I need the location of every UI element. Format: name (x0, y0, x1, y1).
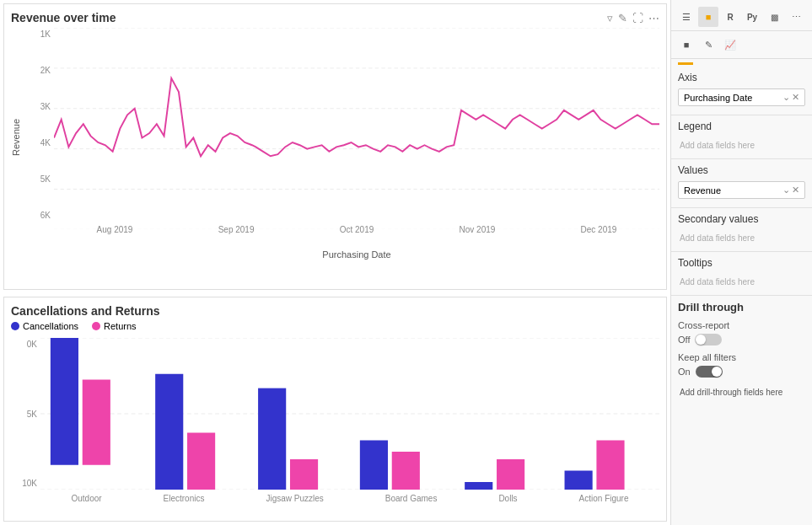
y-tick: 6K (24, 211, 54, 220)
bar-x-tick: Action Figure (579, 494, 629, 503)
x-tick: Aug 2019 (97, 225, 133, 234)
toolbar-row-2: ■ ✎ 📈 (671, 31, 812, 59)
y-tick: 3K (24, 102, 54, 111)
secondary-values-placeholder: Add data fields here (678, 230, 805, 246)
main-content: Revenue over time ▿ ✎ ⛶ ⋯ Revenue 6K 5K … (0, 0, 670, 525)
drillthrough-section: Drill through Cross-report Off Keep all … (671, 296, 812, 405)
cancellations-dot (11, 322, 19, 330)
line-chart-svg (54, 28, 659, 229)
cross-report-row: Cross-report Off (678, 320, 805, 346)
svg-rect-10 (83, 380, 110, 465)
axis-field-chip[interactable]: Purchasing Date ⌄ ✕ (678, 88, 805, 106)
cross-report-state: Off (678, 335, 690, 345)
keep-filters-toggle[interactable] (696, 366, 723, 378)
cross-report-toggle[interactable] (695, 334, 722, 346)
axis-title: Axis (678, 72, 805, 83)
bar-chart-inner: Outdoor Electronics Jigsaw Puzzles Board… (40, 338, 659, 490)
values-chip-actions: ⌄ ✕ (782, 185, 799, 196)
py-icon-btn[interactable]: Py (742, 7, 762, 27)
svg-rect-15 (360, 441, 388, 490)
y-tick: 1K (24, 29, 54, 39)
chart-toolbar: ▿ ✎ ⛶ ⋯ (607, 12, 659, 24)
x-axis-label: Purchasing Date (322, 249, 390, 260)
y-tick: 2K (24, 66, 54, 75)
chart-inner: 6K 5K 4K 3K 2K 1K (24, 28, 659, 247)
bar-x-tick: Outdoor (71, 494, 101, 503)
more-icon[interactable]: ⋯ (648, 12, 659, 24)
filter-icon[interactable]: ▿ (607, 12, 613, 24)
bar-chart-area: 10K 5K 0K (11, 338, 659, 490)
svg-rect-14 (290, 459, 318, 490)
cross-report-toggle-row: Off (678, 334, 805, 346)
expand-values-icon[interactable]: ⌄ (782, 185, 790, 196)
cancellations-label: Cancellations (23, 321, 78, 331)
secondary-values-title: Secondary values (678, 213, 805, 225)
axis-bar-container (671, 59, 812, 67)
legend-section: Legend Add data fields here (671, 115, 812, 159)
axis-bar (678, 62, 693, 65)
revenue-chart: Revenue over time ▿ ✎ ⛶ ⋯ Revenue 6K 5K … (3, 3, 667, 290)
y-tick: 5K (24, 174, 54, 184)
y-axis: 6K 5K 4K 3K 2K 1K (24, 28, 54, 222)
x-axis-label-container: Purchasing Date (54, 235, 659, 247)
grid-icon-btn[interactable]: ■ (698, 7, 718, 27)
analytics-icon-btn[interactable]: 📈 (720, 35, 740, 55)
values-field-chip[interactable]: Revenue ⌄ ✕ (678, 181, 805, 199)
svg-rect-17 (465, 482, 492, 490)
values-field-label: Revenue (684, 185, 721, 196)
revenue-chart-title: Revenue over time (11, 11, 116, 24)
tooltips-section: Tooltips Add data fields here (671, 252, 812, 296)
bar-x-tick: Dolls (498, 494, 517, 503)
right-panel: ☰ ■ R Py ▩ ⋯ ■ ✎ 📈 Axis Purchasing Date … (670, 0, 812, 525)
remove-values-icon[interactable]: ✕ (792, 185, 799, 196)
tooltips-placeholder: Add data fields here (678, 274, 805, 290)
cancellations-chart-title: Cancellations and Returns (11, 304, 659, 318)
axis-chip-actions: ⌄ ✕ (782, 92, 799, 103)
values-title: Values (678, 164, 805, 176)
toggle-thumb-on (712, 367, 722, 377)
toggle-thumb-off (696, 335, 706, 345)
toolbar-row-1: ☰ ■ R Py ▩ ⋯ (671, 3, 812, 31)
chart-legend: Cancellations Returns (11, 321, 659, 331)
add-drillthrough-label[interactable]: Add drill-through fields here (678, 384, 805, 400)
bar-y-tick: 5K (11, 410, 37, 419)
drillthrough-title: Drill through (678, 301, 805, 313)
bar-y-tick: 0K (11, 340, 37, 349)
r-icon-btn[interactable]: R (720, 7, 740, 27)
returns-label: Returns (104, 321, 137, 331)
bar-x-tick: Jigsaw Puzzles (266, 494, 323, 503)
keep-filters-toggle-row: On (678, 366, 805, 378)
expand-icon[interactable]: ⛶ (632, 12, 643, 24)
bar-y-tick: 10K (11, 479, 37, 488)
svg-rect-20 (596, 441, 624, 490)
bar-x-tick: Electronics (164, 494, 205, 503)
more-tools-btn[interactable]: ⋯ (786, 7, 806, 27)
svg-rect-16 (392, 452, 420, 490)
legend-placeholder: Add data fields here (678, 137, 805, 153)
bar-x-tick: Board Games (385, 494, 438, 503)
x-tick: Nov 2019 (460, 225, 496, 234)
table-icon-btn[interactable]: ☰ (676, 7, 696, 27)
vis1-icon-btn[interactable]: ▩ (764, 7, 784, 27)
bar-chart-svg (40, 338, 659, 490)
edit-icon[interactable]: ✎ (618, 12, 627, 24)
cancellations-chart: Cancellations and Returns Cancellations … (3, 297, 667, 522)
x-tick: Dec 2019 (581, 225, 617, 234)
keep-filters-state: On (678, 367, 691, 377)
svg-rect-9 (51, 338, 78, 465)
axis-section: Axis Purchasing Date ⌄ ✕ (671, 67, 812, 115)
tooltips-title: Tooltips (678, 257, 805, 269)
values-section: Values Revenue ⌄ ✕ (671, 159, 812, 208)
svg-rect-13 (258, 388, 286, 490)
svg-rect-11 (155, 374, 183, 490)
x-tick: Sep 2019 (218, 225, 255, 234)
legend-returns: Returns (92, 321, 137, 331)
expand-field-icon[interactable]: ⌄ (782, 92, 790, 103)
bar-y-axis: 10K 5K 0K (11, 338, 40, 490)
remove-field-icon[interactable]: ✕ (792, 92, 799, 103)
paint-icon-btn[interactable]: ✎ (698, 35, 718, 55)
x-tick: Oct 2019 (340, 225, 374, 234)
bar-x-axis: Outdoor Electronics Jigsaw Puzzles Board… (40, 494, 659, 503)
keep-filters-row: Keep all filters On (678, 352, 805, 378)
format-icon-btn[interactable]: ■ (676, 35, 696, 55)
